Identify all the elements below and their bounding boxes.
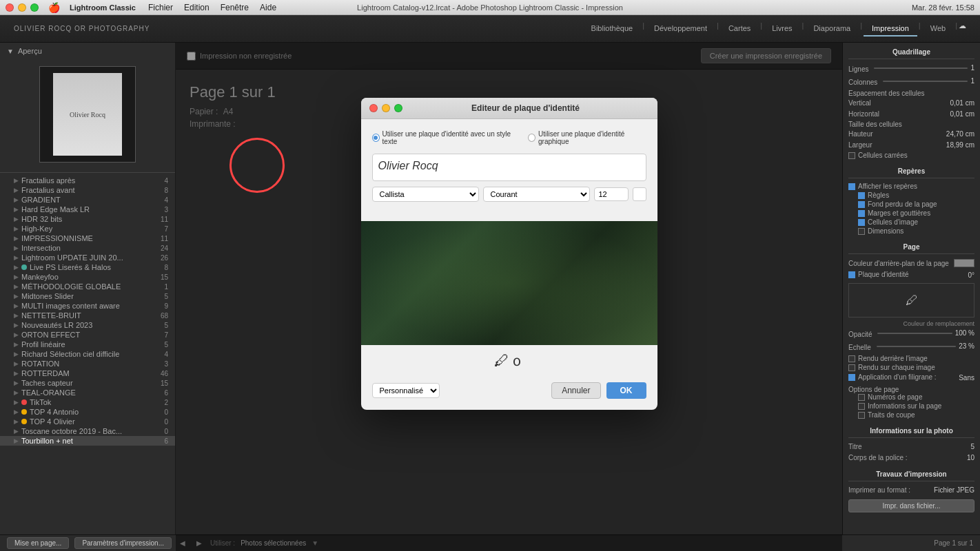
collection-item[interactable]: ▶Intersection24 (0, 243, 175, 253)
collection-item[interactable]: ▶TEAL-ORANGE6 (0, 388, 175, 397)
collection-item[interactable]: ▶ORTON EFFECT7 (0, 330, 175, 340)
font-size-input[interactable] (594, 187, 629, 201)
colonnes-slider[interactable] (883, 81, 968, 82)
traits-checkbox[interactable] (858, 412, 865, 419)
sidebar-header-apercu[interactable]: ▼ Aperçu (0, 43, 175, 59)
imprimer-row: Imprimer au format : Fichier JPEG (848, 486, 974, 495)
impr-fichier-button[interactable]: Impr. dans fichier... (848, 499, 974, 512)
titre-row: Titre 5 (848, 442, 974, 451)
collection-item[interactable]: ▶Hard Edge Mask LR3 (0, 205, 175, 214)
lignes-value: 1 (970, 64, 974, 72)
modal-minimize-button[interactable] (382, 104, 390, 112)
plaque-checkbox[interactable] (848, 271, 855, 278)
parametres-button[interactable]: Paramètres d'impression... (74, 537, 172, 549)
preset-select[interactable]: Personnalisé (372, 383, 440, 398)
cellules-checkbox[interactable] (848, 152, 855, 159)
modal-zoom-button[interactable] (394, 104, 402, 112)
collection-item[interactable]: ▶MULTI images content aware9 (0, 301, 175, 311)
expand-arrow: ▶ (14, 245, 19, 251)
radio-graphic-style[interactable]: Utiliser une plaque d'identité graphique (528, 130, 646, 145)
collection-item[interactable]: ▶Profil linéaire5 (0, 340, 175, 349)
collection-item[interactable]: ▶Lightroom UPDATE JUIN 20...26 (0, 253, 175, 262)
collection-item[interactable]: ▶Midtones Slider5 (0, 291, 175, 301)
collection-item[interactable]: ▶Nouveautés LR 20235 (0, 320, 175, 330)
cellules2-checkbox[interactable] (858, 219, 865, 226)
page-info: Page 1 sur 1 (934, 539, 973, 547)
preview-name: Olivier Rocq (70, 111, 105, 118)
collection-item[interactable]: ▶IMPRESSIONNISME11 (0, 233, 175, 243)
menu-edition[interactable]: Edition (184, 3, 210, 12)
menu-aide[interactable]: Aide (260, 3, 276, 12)
tab-cartes[interactable]: Cartes (720, 21, 759, 37)
collection-item[interactable]: ▶ROTATION3 (0, 359, 175, 368)
nav-tabs: Bibliothèque | Développement | Cartes | … (583, 21, 966, 37)
font-controls: Callista Courant (372, 187, 646, 202)
modal-radio-row: Utiliser une plaque d'identité avec un s… (372, 130, 646, 145)
minimize-button[interactable] (18, 3, 26, 12)
marges-checkbox[interactable] (858, 210, 865, 217)
collection-count: 4 (164, 351, 168, 358)
color-swatch[interactable] (633, 187, 646, 201)
collection-item[interactable]: ▶High-Key7 (0, 224, 175, 233)
rendu-derriere-checkbox[interactable] (848, 355, 855, 362)
tab-bibliotheque[interactable]: Bibliothèque (583, 21, 642, 37)
collection-item[interactable]: ▶GRADIENT4 (0, 195, 175, 205)
expand-arrow: ▶ (14, 225, 19, 232)
collection-item[interactable]: ▶MÉTHODOLOGIE GLOBALE1 (0, 282, 175, 291)
quadrillage-title: Quadrillage (848, 48, 974, 59)
colonnes-value: 1 (970, 77, 974, 85)
collection-item[interactable]: ▶Fractalius avant8 (0, 185, 175, 195)
collection-item[interactable]: ▶ROTTERDAM46 (0, 368, 175, 378)
fullscreen-button[interactable] (30, 3, 39, 12)
modal-close-button[interactable] (369, 104, 378, 112)
color-picker[interactable] (954, 259, 974, 267)
mise-en-page-button[interactable]: Mise en page... (7, 537, 69, 549)
ok-button[interactable]: OK (606, 382, 646, 399)
options-page: Numéros de page Informations sur la page… (848, 393, 974, 419)
collection-item[interactable]: ▶Fractalius après4 (0, 176, 175, 185)
rendu-chaque-checkbox[interactable] (848, 364, 855, 371)
filigrane-checkbox[interactable] (848, 374, 855, 381)
collection-item[interactable]: ▶Taches capteur15 (0, 378, 175, 388)
collection-item[interactable]: ▶Tourbillon + net6 (0, 436, 175, 446)
collection-item[interactable]: ▶TOP 4 Olivier0 (0, 417, 175, 426)
close-button[interactable] (6, 3, 14, 12)
collection-item[interactable]: ▶Toscane octobre 2019 - Bac...0 (0, 426, 175, 436)
tab-web[interactable]: Web (922, 21, 954, 37)
collection-item[interactable]: ▶TOP 4 Antonio0 (0, 407, 175, 417)
identity-text-input[interactable]: Olivier Rocq (372, 154, 646, 181)
regles-checkbox[interactable] (858, 192, 865, 199)
collection-item[interactable]: ▶Richard Sélection ciel difficile4 (0, 349, 175, 359)
dimensions-checkbox[interactable] (858, 228, 865, 235)
menu-fichier[interactable]: Fichier (148, 3, 173, 12)
font-family-select[interactable]: Callista (372, 187, 479, 202)
collection-item[interactable]: ▶Live PS Liserés & Halos8 (0, 262, 175, 272)
expand-arrow: ▶ (14, 273, 19, 280)
tab-impression[interactable]: Impression (864, 21, 917, 37)
collection-item[interactable]: ▶TikTok2 (0, 397, 175, 407)
largeur-value: 18,99 cm (946, 141, 974, 149)
infos-checkbox[interactable] (858, 403, 865, 410)
radio-text-style[interactable]: Utiliser une plaque d'identité avec un s… (372, 130, 514, 145)
cancel-button[interactable]: Annuler (551, 382, 600, 399)
tab-developpement[interactable]: Développement (646, 21, 715, 37)
collection-item[interactable]: ▶HDR 32 bits11 (0, 214, 175, 224)
font-style-select[interactable]: Courant (483, 187, 590, 202)
fond-checkbox[interactable] (858, 201, 865, 208)
collection-item[interactable]: ▶NETTETE-BRUIT68 (0, 311, 175, 320)
numeros-checkbox[interactable] (858, 394, 865, 401)
opacite-slider[interactable] (877, 333, 952, 334)
menu-fenetre[interactable]: Fenêtre (221, 3, 249, 12)
colonnes-label: Colonnes (848, 79, 877, 86)
tab-diaporama[interactable]: Diaporama (805, 21, 859, 37)
echelle-slider[interactable] (877, 346, 956, 347)
collection-name: Live PS Liserés & Halos (30, 263, 164, 271)
lignes-slider[interactable] (874, 67, 968, 69)
tab-livres[interactable]: Livres (764, 21, 800, 37)
filigrane-checkbox-row: Application d'un filigrane : (848, 373, 937, 381)
collection-count: 0 (164, 418, 168, 426)
collection-item[interactable]: ▶Mankeyfoo15 (0, 272, 175, 282)
rendu-derriere-label: Rendu derrière l'image (858, 355, 928, 362)
afficher-checkbox[interactable] (848, 183, 855, 190)
largeur-row: Largeur 18,99 cm (848, 141, 974, 149)
